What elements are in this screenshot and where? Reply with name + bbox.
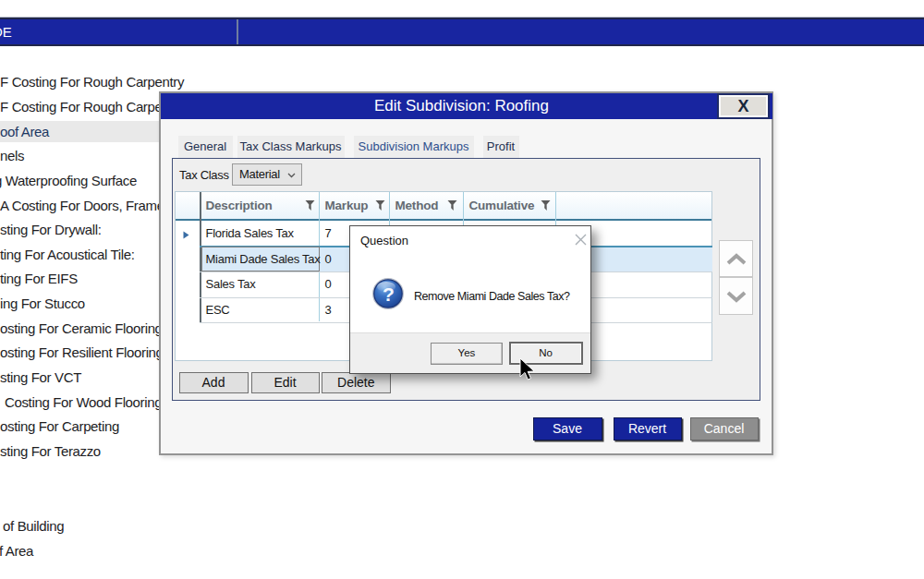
svg-text:?: ? [383, 283, 395, 304]
